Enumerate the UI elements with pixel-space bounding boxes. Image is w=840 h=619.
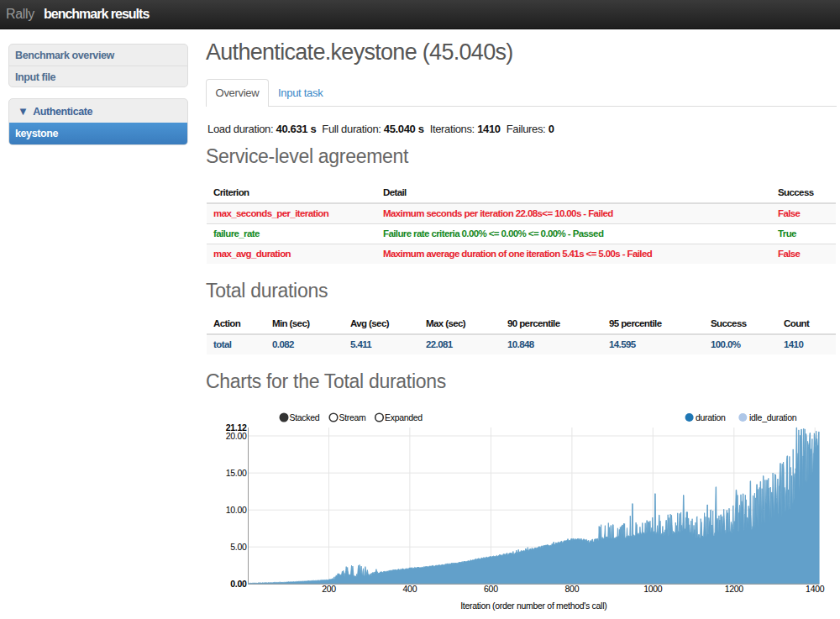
svg-text:5.00: 5.00: [230, 542, 247, 552]
svg-text:600: 600: [484, 584, 498, 594]
svg-text:800: 800: [565, 584, 580, 594]
svg-text:duration: duration: [696, 412, 726, 422]
svg-text:Iteration (order number of met: Iteration (order number of method's call…: [460, 601, 606, 611]
svg-text:0.00: 0.00: [230, 579, 247, 589]
svg-text:idle_duration: idle_duration: [749, 412, 797, 422]
svg-text:21.12: 21.12: [226, 422, 247, 433]
svg-text:1200: 1200: [725, 584, 744, 594]
svg-text:1000: 1000: [643, 584, 663, 594]
svg-text:Stream: Stream: [339, 412, 367, 422]
svg-text:Stacked: Stacked: [290, 412, 320, 422]
svg-text:15.00: 15.00: [226, 468, 247, 478]
svg-text:200: 200: [322, 584, 336, 594]
svg-text:1400: 1400: [806, 584, 825, 594]
svg-text:10.00: 10.00: [226, 505, 247, 515]
svg-text:400: 400: [403, 584, 417, 594]
svg-text:Expanded: Expanded: [385, 412, 423, 422]
